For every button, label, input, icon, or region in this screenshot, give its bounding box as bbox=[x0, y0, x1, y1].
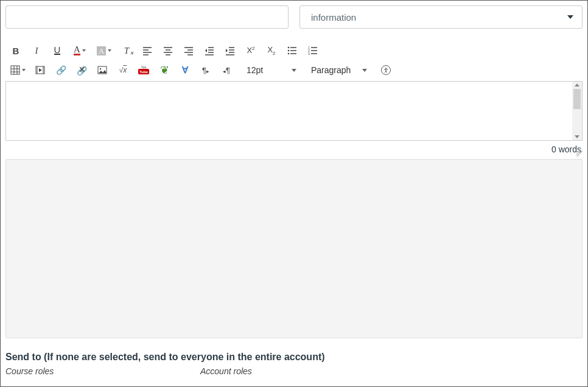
subscript-button[interactable]: X2 bbox=[261, 42, 282, 59]
font-size-label: 12pt bbox=[247, 65, 263, 75]
underline-icon: U bbox=[54, 46, 61, 55]
indent-button[interactable] bbox=[220, 42, 240, 59]
accessibility-checker-button[interactable] bbox=[376, 62, 396, 79]
editor-scrollbar[interactable] bbox=[572, 82, 582, 140]
rich-text-toolbar: B I U A A T✕ X2 X2 bbox=[5, 40, 583, 80]
rtl-icon: ◂¶ bbox=[223, 66, 230, 75]
unlink-button[interactable]: 🔗 ✕ bbox=[71, 62, 92, 79]
superscript-button[interactable]: X2 bbox=[240, 42, 261, 59]
scroll-up-icon[interactable] bbox=[575, 83, 579, 87]
chevron-down-icon bbox=[108, 49, 111, 52]
text-color-button[interactable]: A bbox=[68, 42, 92, 59]
block-format-label: Paragraph bbox=[311, 65, 351, 75]
background-color-button[interactable]: A bbox=[92, 42, 116, 59]
subject-input[interactable] bbox=[5, 5, 289, 29]
clear-formatting-icon: T✕ bbox=[124, 46, 129, 56]
chevron-down-icon bbox=[82, 49, 86, 52]
v-down-icon: ∀ bbox=[182, 65, 188, 76]
editor-content[interactable] bbox=[10, 84, 571, 138]
accessibility-icon bbox=[381, 65, 391, 75]
scroll-thumb[interactable] bbox=[573, 89, 581, 109]
bold-button[interactable]: B bbox=[5, 42, 26, 59]
insert-media-button[interactable] bbox=[30, 62, 51, 79]
chevron-down-icon bbox=[22, 69, 26, 71]
bold-icon: B bbox=[13, 46, 19, 56]
svg-text:3: 3 bbox=[308, 52, 310, 55]
block-format-select[interactable]: Paragraph bbox=[305, 62, 372, 78]
font-size-select[interactable]: 12pt bbox=[240, 62, 301, 78]
unlink-icon: 🔗 ✕ bbox=[77, 65, 87, 76]
image-button[interactable] bbox=[92, 62, 113, 79]
chevron-down-icon bbox=[292, 69, 296, 72]
image-icon bbox=[97, 65, 107, 75]
resize-handle[interactable] bbox=[576, 151, 583, 157]
send-to-heading: Send to (If none are selected, send to e… bbox=[5, 352, 583, 363]
numbered-list-icon: 123 bbox=[308, 46, 318, 55]
indent-icon bbox=[225, 46, 235, 55]
account-roles-label: Account roles bbox=[200, 366, 395, 376]
rtl-button[interactable]: ◂¶ bbox=[216, 62, 237, 79]
align-left-icon bbox=[142, 46, 152, 55]
eco-button[interactable]: ❦ bbox=[154, 62, 175, 79]
italic-button[interactable]: I bbox=[26, 42, 47, 59]
clear-formatting-button[interactable]: T✕ bbox=[116, 42, 137, 59]
media-icon bbox=[35, 65, 45, 75]
ltr-icon: ¶▸ bbox=[202, 66, 209, 75]
youtube-button[interactable]: You Tube bbox=[133, 62, 154, 79]
attachment-area[interactable] bbox=[5, 159, 583, 338]
align-left-button[interactable] bbox=[137, 42, 158, 59]
svg-rect-6 bbox=[11, 66, 19, 74]
italic-icon: I bbox=[35, 46, 38, 56]
superscript-icon: X2 bbox=[247, 46, 254, 55]
ltr-button[interactable]: ¶▸ bbox=[195, 62, 216, 79]
equation-icon: √x bbox=[119, 66, 127, 74]
svg-point-10 bbox=[385, 68, 387, 69]
link-button[interactable]: 🔗 bbox=[51, 62, 71, 79]
numbered-list-button[interactable]: 123 bbox=[303, 42, 323, 59]
table-button[interactable] bbox=[5, 62, 30, 79]
equation-button[interactable]: √x bbox=[113, 62, 133, 79]
notification-type-select[interactable]: information bbox=[299, 5, 583, 29]
svg-point-9 bbox=[100, 68, 101, 69]
text-color-icon: A bbox=[74, 46, 80, 55]
background-color-icon: A bbox=[97, 46, 106, 55]
chevron-down-icon bbox=[362, 69, 367, 72]
leaf-icon: ❦ bbox=[160, 63, 169, 77]
underline-button[interactable]: U bbox=[47, 42, 68, 59]
scroll-down-icon[interactable] bbox=[575, 135, 579, 138]
svg-point-1 bbox=[288, 50, 290, 52]
align-right-button[interactable] bbox=[178, 42, 199, 59]
outdent-icon bbox=[205, 46, 214, 55]
svg-point-0 bbox=[288, 47, 290, 49]
subscript-icon: X2 bbox=[267, 45, 275, 56]
chevron-down-icon bbox=[567, 15, 573, 19]
notification-type-selected-label: information bbox=[311, 12, 356, 23]
bullet-list-button[interactable] bbox=[282, 42, 303, 59]
link-icon: 🔗 bbox=[56, 65, 66, 75]
align-center-button[interactable] bbox=[158, 42, 178, 59]
outdent-button[interactable] bbox=[199, 42, 220, 59]
svg-point-2 bbox=[288, 53, 290, 55]
bullet-list-icon bbox=[287, 46, 297, 55]
course-roles-label: Course roles bbox=[5, 366, 200, 376]
align-center-icon bbox=[163, 46, 173, 55]
down-v-button[interactable]: ∀ bbox=[175, 62, 195, 79]
align-right-icon bbox=[184, 46, 194, 55]
table-icon bbox=[10, 65, 20, 75]
rich-text-editor[interactable] bbox=[5, 81, 583, 141]
youtube-icon: You Tube bbox=[138, 66, 149, 74]
